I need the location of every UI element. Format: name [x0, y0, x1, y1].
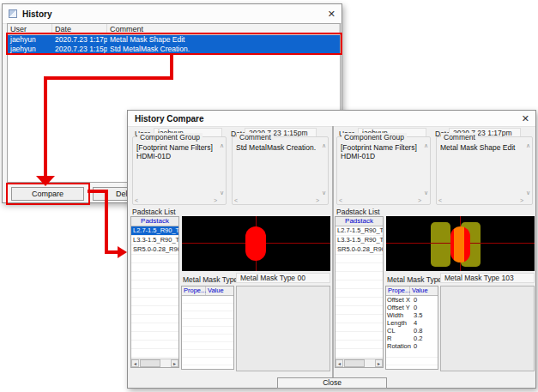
scroll-right-icon[interactable]: > [418, 197, 421, 203]
scroll-up-icon[interactable]: ∧ [526, 142, 530, 148]
column-header-comment[interactable]: Comment [107, 24, 340, 34]
padstack-row[interactable]: L2.7-1.5_R90_T [335, 226, 383, 236]
property-row[interactable]: Width 3.5 [386, 311, 438, 319]
property-row[interactable]: Rotation 0 [386, 342, 438, 350]
scroll-down-icon[interactable]: ∨ [526, 190, 530, 196]
property-value: 0 [412, 296, 438, 304]
cell-date: 2020.7.23 1:15pm [52, 45, 107, 54]
padstack-list: Padstack L2.7-1.5_R90_T L3.3-1.5_R90_T S… [335, 216, 384, 368]
scroll-right-icon[interactable]: > [214, 197, 217, 203]
padstack-row[interactable]: L3.3-1.5_R90_T [335, 236, 383, 245]
property-value: 4 [412, 319, 438, 327]
scroll-right-icon[interactable]: ▸ [375, 359, 383, 367]
padstack-column-header[interactable]: Padstack [335, 217, 383, 226]
scroll-left-icon[interactable]: < [339, 197, 342, 203]
close-icon[interactable]: ✕ [522, 114, 529, 124]
mask-type-label: Metal Mask Type [183, 275, 238, 284]
mask-type-label: Metal Mask Type [387, 275, 442, 284]
padstack-row[interactable]: SR5.0-0.28_R90_T [335, 245, 383, 255]
scroll-left-icon[interactable]: < [234, 197, 238, 203]
screen: History ✕ User Date Comment jaehyun 2020… [0, 0, 538, 392]
property-row[interactable]: Offset X 0 [386, 296, 438, 304]
pad-preview [182, 216, 330, 271]
scroll-left-icon[interactable]: < [438, 197, 442, 203]
horizontal-scrollbar[interactable]: ◂ ▸ [335, 359, 383, 367]
property-table: Prope... Value [181, 286, 234, 370]
scroll-up-icon[interactable]: ∧ [424, 142, 428, 148]
property-row[interactable]: Offset Y 0 [386, 304, 438, 311]
close-icon[interactable]: ✕ [328, 9, 335, 19]
property-name: Offset Y [386, 304, 412, 311]
property-value: 0.8 [412, 327, 438, 335]
pad-shape [450, 226, 470, 262]
scroll-down-icon[interactable]: ∨ [220, 190, 224, 196]
history-table-header: User Date Comment [8, 24, 340, 35]
history-titlebar[interactable]: History ✕ [3, 4, 342, 24]
scroll-right-icon[interactable]: > [316, 197, 319, 203]
arrow2-head-icon [118, 246, 127, 258]
compare-titlebar[interactable]: History Compare ✕ [128, 111, 535, 127]
property-row[interactable]: R 0.2 [386, 335, 438, 342]
component-group-box[interactable]: Component Group [Footprint Name Filters]… [132, 136, 227, 205]
scroll-up-icon[interactable]: ∧ [220, 142, 224, 148]
property-name: Offset X [386, 296, 412, 304]
window-icon [9, 9, 17, 18]
comment-box[interactable]: Comment Std MetalMask Creation. ∧ ∨ < > [232, 136, 329, 205]
padstack-empty-rows [335, 255, 383, 365]
comment-box[interactable]: Comment Metal Mask Shape Edit ∧ ∨ < > [436, 136, 533, 205]
scroll-down-icon[interactable]: ∨ [322, 190, 326, 196]
component-group-box[interactable]: Component Group [Footprint Name Filters]… [336, 136, 431, 205]
component-group-line: [Footprint Name Filters] [341, 143, 420, 152]
component-group-label: Component Group [137, 133, 203, 142]
padstack-row[interactable]: SR5.0-0.28_R90_T [131, 245, 178, 255]
property-column-header[interactable]: Prope... [386, 286, 410, 295]
mask-type-value: Metal Mask Type 103 [440, 273, 535, 283]
close-button[interactable]: Close [277, 377, 387, 389]
arrow2-segment [105, 190, 108, 254]
scroll-right-icon[interactable]: ▸ [171, 359, 178, 367]
property-value: 0 [412, 342, 438, 350]
cell-date: 2020.7.23 1:17pm [52, 35, 107, 45]
property-name: Width [386, 311, 412, 319]
value-column-header[interactable]: Value [206, 286, 233, 295]
arrow1-segment [44, 76, 47, 176]
arrow1-segment [44, 76, 173, 80]
property-column-header[interactable]: Prope... [182, 286, 206, 295]
compare-button[interactable]: Compare [11, 187, 84, 201]
property-name: Rotation [386, 342, 412, 350]
comment-label: Comment [237, 133, 274, 142]
padstack-list-label: Padstack List [132, 208, 176, 216]
history-row-1[interactable]: jaehyun 2020.7.23 1:17pm Metal Mask Shap… [8, 35, 340, 45]
history-row-2[interactable]: jaehyun 2020.7.23 1:15pm Std MetalMask C… [8, 45, 340, 54]
scrollbar-thumb[interactable] [344, 359, 365, 367]
scroll-up-icon[interactable]: ∧ [322, 142, 326, 148]
scroll-left-icon[interactable]: < [135, 197, 138, 203]
scroll-down-icon[interactable]: ∨ [424, 190, 428, 196]
component-group-label: Component Group [342, 133, 407, 142]
arrow1-head-icon [36, 176, 55, 186]
horizontal-scrollbar[interactable]: ◂ ▸ [131, 359, 178, 367]
scroll-left-icon[interactable]: ◂ [335, 359, 343, 367]
history-compare-dialog: History Compare ✕ User jaehyun Date 2020… [127, 110, 536, 389]
arrow2-segment [105, 250, 118, 254]
mask-shape-left [431, 222, 450, 267]
property-empty-rows [386, 350, 438, 370]
property-value: 0.2 [412, 335, 438, 342]
column-header-date[interactable]: Date [52, 24, 107, 34]
scroll-right-icon[interactable]: > [520, 197, 523, 203]
padstack-row[interactable]: L3.3-1.5_R90_T [131, 236, 178, 245]
comment-text: Std MetalMask Creation. [236, 143, 317, 152]
scrollbar-thumb[interactable] [140, 359, 160, 367]
padstack-row[interactable]: L2.7-1.5_R90_T [131, 226, 178, 236]
cell-comment: Std MetalMask Creation. [107, 45, 340, 54]
padstack-column-header[interactable]: Padstack [131, 217, 178, 226]
property-row[interactable]: CL 0.8 [386, 327, 438, 335]
history-title: History [22, 9, 51, 19]
column-header-user[interactable]: User [8, 24, 52, 34]
scroll-left-icon[interactable]: ◂ [131, 359, 139, 367]
pad-preview [386, 216, 535, 271]
property-row[interactable]: Length 4 [386, 319, 438, 327]
padstack-list-label: Padstack List [336, 208, 380, 216]
value-column-header[interactable]: Value [410, 286, 438, 295]
padstack-list: Padstack L2.7-1.5_R90_T L3.3-1.5_R90_T S… [130, 216, 179, 368]
